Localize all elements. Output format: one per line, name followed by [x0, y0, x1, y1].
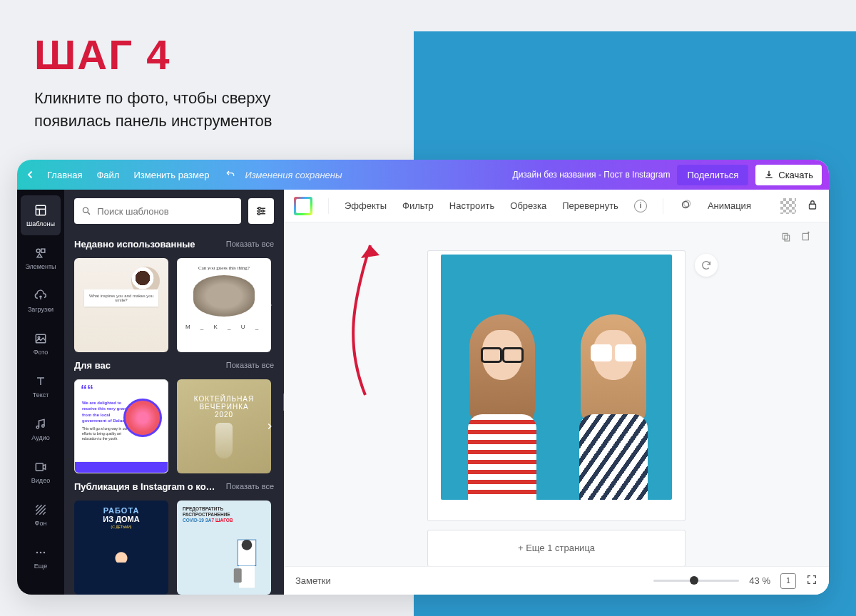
rail-background[interactable]: Фон [21, 495, 61, 535]
save-status: Изменения сохранены [245, 170, 342, 180]
editor-app: Главная Файл Изменить размер Изменения с… [17, 160, 829, 595]
crop-button[interactable]: Обрезка [510, 200, 546, 211]
rail-text[interactable]: Текст [21, 366, 61, 406]
back-icon[interactable] [24, 168, 37, 181]
search-input-wrapper[interactable] [74, 198, 241, 224]
side-rail: Шаблоны Элементы Загрузки Фото Текст Ауд… [17, 190, 64, 595]
rail-more[interactable]: Еще [21, 538, 61, 578]
template-thumb[interactable]: ПРЕДОТВРАТИТЬРАСПРОСТРАНЕНИЕCOVID-19 ЗА7… [177, 500, 271, 595]
svg-point-21 [258, 212, 260, 215]
section-instagram-title: Публикация в Instagram о ко… [74, 481, 215, 492]
effects-button[interactable]: Эффекты [345, 200, 387, 211]
section-foryou-title: Для вас [74, 360, 111, 371]
svg-point-9 [42, 425, 44, 427]
svg-point-11 [36, 552, 39, 554]
step-subtitle: Кликните по фото, чтобы сверху появилась… [34, 87, 272, 133]
search-icon [81, 205, 91, 217]
svg-rect-25 [234, 568, 242, 582]
notes-button[interactable]: Заметки [295, 575, 331, 586]
svg-marker-5 [37, 254, 42, 257]
svg-point-23 [242, 540, 253, 550]
template-thumb[interactable]: КОКТЕЙЛЬНАЯВЕЧЕРИНКА2020 [177, 379, 271, 473]
lock-icon[interactable] [806, 198, 819, 213]
svg-point-12 [40, 552, 42, 554]
rail-elements[interactable]: Элементы [21, 238, 61, 278]
canvas-page[interactable] [428, 251, 685, 520]
download-button[interactable]: Скачать [755, 165, 822, 185]
share-button[interactable]: Поделиться [677, 165, 748, 185]
zoom-value: 43 % [749, 575, 770, 586]
tutorial-step-header: ШАГ 4 Кликните по фото, чтобы сверху поя… [34, 34, 272, 133]
top-bar: Главная Файл Изменить размер Изменения с… [17, 160, 829, 190]
transparency-icon[interactable] [780, 198, 796, 214]
page-controls [780, 231, 812, 245]
svg-point-3 [36, 249, 40, 252]
section-recent-title: Недавно использованные [74, 239, 195, 250]
info-icon[interactable]: i [634, 200, 647, 212]
duplicate-page-icon[interactable] [780, 231, 792, 245]
template-thumb[interactable]: РАБОТА ИЗ ДОМА (С ДЕТЬМИ) [74, 500, 168, 595]
svg-point-17 [258, 207, 260, 210]
section-foryou-showall[interactable]: Показать все [226, 361, 274, 369]
canvas-wrap: Эффекты Фильтр Настроить Обрезка Перевер… [284, 190, 829, 566]
svg-point-14 [83, 207, 88, 212]
svg-rect-29 [783, 233, 788, 239]
chevron-right-icon[interactable] [261, 418, 278, 435]
section-recent-showall[interactable]: Показать все [226, 240, 274, 248]
svg-point-8 [36, 426, 39, 428]
svg-rect-10 [36, 463, 43, 471]
svg-rect-31 [802, 233, 808, 240]
filters-button[interactable] [248, 198, 274, 224]
svg-rect-28 [810, 204, 816, 209]
add-page-button[interactable]: + Еще 1 страница [428, 530, 685, 566]
sync-icon[interactable] [695, 254, 718, 277]
flip-button[interactable]: Перевернуть [562, 200, 618, 211]
menu-home[interactable]: Главная [47, 170, 82, 180]
svg-point-13 [44, 552, 46, 554]
step-title: ШАГ 4 [34, 34, 272, 76]
rail-photo[interactable]: Фото [21, 324, 61, 364]
svg-point-19 [262, 210, 264, 212]
svg-line-15 [88, 212, 90, 215]
context-toolbar: Эффекты Фильтр Настроить Обрезка Перевер… [284, 190, 829, 222]
adjust-button[interactable]: Настроить [449, 200, 495, 211]
svg-rect-0 [36, 205, 45, 215]
selected-photo[interactable] [441, 255, 672, 500]
animation-button[interactable]: Анимация [708, 200, 751, 211]
template-thumb[interactable] [74, 258, 168, 352]
document-name[interactable]: Дизайн без названия - Пост в Instagram [513, 170, 671, 180]
animation-icon[interactable] [679, 198, 692, 213]
undo-icon[interactable] [225, 168, 236, 182]
fullscreen-icon[interactable] [806, 574, 817, 587]
footer-bar: Заметки 43 % 1 [284, 566, 829, 595]
rail-video[interactable]: Видео [21, 452, 61, 492]
templates-panel: Недавно использованные Показать все Can … [64, 190, 284, 595]
rail-uploads[interactable]: Загрузки [21, 281, 61, 321]
svg-rect-4 [41, 249, 45, 252]
color-swatch[interactable] [294, 197, 312, 215]
page-indicator[interactable]: 1 [780, 573, 796, 589]
rail-audio[interactable]: Аудио [21, 409, 61, 449]
template-thumb[interactable]: Can you guess this thing? M _ K _ U _ [177, 258, 271, 352]
menu-file[interactable]: Файл [96, 170, 119, 180]
filter-button[interactable]: Фильтр [402, 200, 434, 211]
add-page-icon[interactable] [800, 231, 812, 245]
section-instagram-showall[interactable]: Показать все [226, 482, 274, 491]
template-thumb[interactable]: We are delighted to receive this very gr… [74, 379, 168, 473]
menu-resize[interactable]: Изменить размер [133, 170, 209, 180]
chevron-right-icon[interactable] [261, 297, 278, 314]
svg-rect-30 [785, 235, 790, 241]
rail-templates[interactable]: Шаблоны [21, 195, 61, 235]
search-input[interactable] [97, 206, 234, 217]
zoom-slider[interactable] [653, 580, 739, 582]
